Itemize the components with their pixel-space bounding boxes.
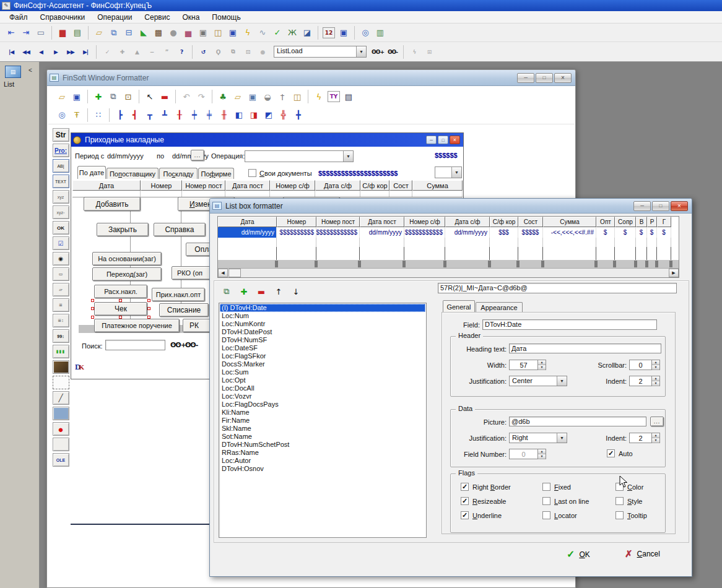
operation-combo[interactable]: ▼ xyxy=(245,150,354,162)
ruler-icon[interactable]: ◣ xyxy=(136,26,151,40)
list-load-combo[interactable]: ListLoad ▼ xyxy=(274,46,367,58)
chart-icon[interactable]: ▅ xyxy=(181,26,196,40)
image-settings-icon[interactable]: ▥ xyxy=(373,26,388,40)
preview-cell[interactable]: $ xyxy=(657,227,671,238)
close-doc-button[interactable]: Закрыть xyxy=(97,223,149,236)
search-input[interactable] xyxy=(105,340,165,350)
field-list-item[interactable]: Loc:Sum xyxy=(220,368,425,376)
doc-column-header[interactable]: С/ф кор xyxy=(360,180,389,191)
delete-record-icon[interactable]: − xyxy=(144,45,159,59)
window-copy-icon[interactable]: ⧉ xyxy=(107,26,121,40)
column-resize-marker[interactable] xyxy=(594,261,598,267)
flag-checkbox-resizeable[interactable]: ✓ xyxy=(461,497,469,505)
next-record-icon[interactable]: ▶ xyxy=(48,45,63,59)
window-forward-icon[interactable]: ⇥ xyxy=(19,26,33,40)
field-list-item[interactable]: Loc:DocAll xyxy=(220,384,425,392)
column-resize-marker[interactable] xyxy=(645,261,648,267)
toolbox-progress-icon[interactable]: ▮▮▮ xyxy=(53,345,69,358)
menu-item-помощь[interactable]: Помощь xyxy=(206,12,246,23)
redo-icon[interactable]: ↷ xyxy=(194,90,209,103)
dialog-titlebar[interactable]: ▤ List box formatter ─ □ × xyxy=(210,199,692,214)
toolbox-combobox-icon[interactable]: ≣↕ xyxy=(53,314,69,327)
preview-column-header[interactable]: Дата пост xyxy=(360,217,404,227)
column-resize-marker[interactable] xyxy=(402,261,406,267)
menu-item-операции[interactable]: Операции xyxy=(92,12,137,23)
window-back-icon[interactable]: ⇤ xyxy=(4,26,19,40)
help-button[interactable]: Справка xyxy=(154,223,206,236)
preview-cell[interactable]: $ xyxy=(596,227,615,238)
preview-column-header[interactable]: В xyxy=(636,217,647,227)
menu-item-файл[interactable]: Файл xyxy=(4,12,33,23)
paste-icon[interactable]: ⊡ xyxy=(240,45,255,59)
journal-icon[interactable]: ▣ xyxy=(196,26,211,40)
center-vertical-icon[interactable]: ╂ xyxy=(172,108,187,122)
doc-maximize-button[interactable]: □ xyxy=(438,136,448,144)
heading-text-input[interactable]: Дата xyxy=(509,344,661,353)
field-list-item[interactable]: Loc:Autor xyxy=(220,457,425,465)
key-icon[interactable]: Ϙ xyxy=(211,45,225,59)
field-list-item[interactable]: (I) DTovH:Date xyxy=(220,304,425,312)
toolbox-region-icon[interactable] xyxy=(53,376,69,389)
chek-button[interactable]: Чек xyxy=(94,302,147,316)
fast-back-icon[interactable]: ◀◀ xyxy=(19,45,33,59)
column-resize-marker[interactable] xyxy=(613,261,616,267)
lightning-icon[interactable]: ϟ xyxy=(311,90,326,103)
help-icon[interactable]: ? xyxy=(174,45,189,59)
preview-column-header[interactable]: Сумма xyxy=(543,217,596,227)
preview-hscrollbar[interactable]: ◀ ▶ xyxy=(218,268,679,277)
chevron-down-icon[interactable]: ▼ xyxy=(343,151,353,162)
arrange-left-edge-icon[interactable]: ◧ xyxy=(232,108,246,122)
column-resize-marker[interactable] xyxy=(358,261,361,267)
chevron-down-icon[interactable]: ▼ xyxy=(451,167,461,178)
fast-forward-icon[interactable]: ▶▶ xyxy=(63,45,78,59)
field-list-item[interactable]: Loc:DateSF xyxy=(220,344,425,352)
toolbox-text-icon[interactable]: TEXT xyxy=(53,175,69,188)
expression-input[interactable]: 57R(2)|_MI~Дата~C@d6b@ xyxy=(438,283,677,293)
flag-checkbox-locator[interactable] xyxy=(542,511,550,519)
toolbox-line-icon[interactable]: ╱ xyxy=(53,391,69,405)
resize-handle[interactable] xyxy=(147,299,150,302)
field-list-item[interactable]: Loc:FlagSFkor xyxy=(220,352,425,360)
toolbox-button-icon[interactable]: OK xyxy=(53,221,69,235)
column-resize-marker[interactable] xyxy=(443,261,446,267)
tab-po-skladu[interactable]: По складу xyxy=(159,168,198,179)
toolbox-image-icon[interactable] xyxy=(53,360,69,374)
align-bottom-icon[interactable]: ┻ xyxy=(157,108,172,122)
dialog-maximize-button[interactable]: □ xyxy=(652,201,669,211)
preview-column-header[interactable]: Опт xyxy=(596,217,615,227)
toolbox-string-icon[interactable]: Str xyxy=(53,128,69,142)
save-icon[interactable]: ▣ xyxy=(336,26,351,40)
doc-column-header[interactable]: Дата пост xyxy=(225,180,270,191)
open-icon[interactable]: ▱ xyxy=(54,90,69,103)
field-list-item[interactable]: RRas:Name xyxy=(220,449,425,457)
undo-icon[interactable]: ↶ xyxy=(179,90,194,103)
scroll-right-icon[interactable]: ▶ xyxy=(669,269,679,277)
check-icon[interactable]: ✓ xyxy=(270,26,285,40)
chevron-down-icon[interactable]: ▼ xyxy=(356,46,366,57)
tab-po-postavshchiku[interactable]: По поставщику xyxy=(107,168,159,179)
filter-combo[interactable]: ▼ xyxy=(435,166,462,178)
toolbox-ole-icon[interactable]: OLE xyxy=(53,453,69,467)
doc-close-button[interactable]: × xyxy=(450,136,460,144)
toolbox-prompt-icon[interactable]: Pro: xyxy=(53,144,69,157)
combo-control-icon[interactable]: ▣ xyxy=(245,90,260,103)
preview-cell[interactable]: $ xyxy=(615,227,636,238)
field-list-item[interactable]: Loc:FlagDocsPays xyxy=(220,400,425,409)
flag-checkbox-style[interactable] xyxy=(615,497,624,505)
dialog-close-button[interactable]: × xyxy=(671,201,688,211)
align-top-icon[interactable]: ┳ xyxy=(142,108,157,122)
arrange-corner-icon[interactable]: ◩ xyxy=(261,108,276,122)
column-resize-marker[interactable] xyxy=(634,261,637,267)
preview-cell[interactable]: $$$ xyxy=(490,227,518,238)
folder-icon[interactable]: ▱ xyxy=(230,90,245,103)
flag-checkbox-last-on-line[interactable] xyxy=(542,497,550,505)
formatter-titlebar[interactable]: ▤ FinSoft Window Formatter ─ □ × xyxy=(47,70,575,86)
toolbox-listbox-icon[interactable]: ≣ xyxy=(53,298,69,312)
close-button[interactable]: × xyxy=(554,73,572,83)
preview-column-header[interactable]: Дата с/ф xyxy=(445,217,490,227)
field-list-item[interactable]: Loc:NumKontr xyxy=(220,320,425,328)
field-list-item[interactable]: Loc:Vozvr xyxy=(220,392,425,400)
space-vertical-icon[interactable]: ╫ xyxy=(217,108,232,122)
toolbox-folder-icon[interactable]: ▱ xyxy=(53,283,69,296)
column-resize-marker[interactable] xyxy=(655,261,658,267)
